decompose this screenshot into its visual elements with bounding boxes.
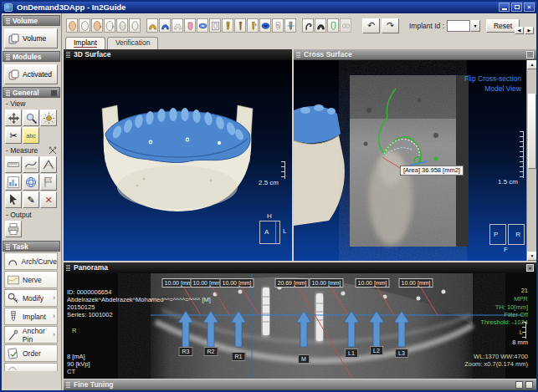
probe-button[interactable] — [302, 18, 314, 33]
subsection-view[interactable]: View — [3, 98, 60, 109]
implant-label-r2[interactable]: R2 — [204, 347, 218, 356]
implant-label-m[interactable]: M — [298, 354, 310, 364]
angle-tool-button[interactable] — [40, 156, 57, 173]
cross-surface-viewport[interactable]: Flip Cross-section Model View [Area] 36.… — [294, 60, 526, 261]
implant-id-input[interactable] — [447, 20, 470, 32]
implant-label-l3[interactable]: L3 — [395, 349, 408, 358]
tooth-outline-button[interactable] — [327, 18, 339, 33]
tooth-pink-button[interactable] — [184, 18, 196, 33]
measurement-label[interactable]: 10.00 [mm] — [219, 278, 254, 288]
task-item-arch-curve[interactable]: Arch/Curve — [4, 252, 58, 270]
title-bar[interactable]: OnDemand3DApp - In2Guide ✕ — [2, 2, 536, 13]
tab-verification[interactable]: Verification — [107, 37, 159, 49]
section-header-volume[interactable]: Volume — [3, 15, 60, 26]
fine-tuning-icon-2[interactable] — [525, 381, 533, 389]
delete-measure-button[interactable]: ✕ — [40, 191, 57, 208]
denture-button[interactable] — [197, 18, 208, 33]
measurement-label[interactable]: 20.69 [mm] — [274, 278, 309, 288]
scrollbar-thumb[interactable] — [528, 94, 536, 169]
scroll-up-icon: ▲ — [528, 265, 532, 270]
activated-button[interactable]: Activated — [4, 64, 58, 84]
tab-implant[interactable]: Implant — [65, 37, 105, 49]
implant-yellow-button[interactable] — [222, 18, 233, 33]
implant-label-l2[interactable]: L2 — [370, 346, 383, 355]
brightness-tool-button[interactable] — [40, 109, 57, 126]
3d-surface-viewport[interactable]: 2.5 cm H A L — [64, 60, 292, 261]
subsection-output[interactable]: Output — [3, 209, 60, 220]
scrollbar-up-button[interactable]: ▲ — [527, 60, 537, 69]
note-tool-button[interactable] — [40, 174, 57, 191]
head-top-outline-button[interactable] — [129, 18, 141, 33]
sphere-tool-button[interactable] — [23, 174, 39, 191]
task-item-implant[interactable]: Implant › — [4, 308, 58, 325]
volume-button[interactable]: Volume — [4, 28, 58, 48]
redo-button[interactable]: ↷ — [382, 18, 399, 33]
screw-bolt-button[interactable] — [247, 18, 259, 33]
panel-expand-icon[interactable] — [526, 51, 534, 59]
implant-label-r3[interactable]: R3 — [179, 347, 193, 356]
pin-icon[interactable] — [51, 90, 57, 96]
implant-id-dropdown-button[interactable]: ▾ — [470, 20, 480, 32]
implant-cross-button[interactable] — [284, 18, 296, 33]
histogram-tool-button[interactable] — [5, 174, 22, 191]
task-item-partial[interactable] — [4, 363, 58, 371]
restore-button[interactable] — [511, 3, 522, 12]
toolbar-scroll-left-button[interactable]: ◀ — [515, 27, 524, 34]
measurement-label[interactable]: 10.00 [mm] — [355, 278, 389, 288]
task-item-anchor-pin[interactable]: Anchor Pin › — [4, 326, 58, 344]
scroll-up-icon: ▲ — [530, 62, 535, 67]
zoom-tool-button[interactable] — [23, 109, 39, 126]
flip-cross-section-link[interactable]: Flip Cross-section — [464, 74, 521, 83]
subsection-measure[interactable]: Measure — [3, 145, 60, 155]
edit-measure-button[interactable]: ✎ — [23, 191, 39, 208]
binoculars-button[interactable] — [340, 18, 351, 33]
undo-button[interactable]: ↶ — [362, 18, 380, 33]
head-front-outline-button[interactable] — [79, 18, 90, 33]
orientation-box-r[interactable]: R — [508, 224, 525, 245]
arch-blue-button[interactable] — [159, 18, 171, 33]
head-side-outline-button[interactable] — [104, 18, 115, 33]
fine-tuning-icon-1[interactable] — [515, 381, 523, 389]
tooth-frame-button[interactable] — [209, 18, 221, 33]
head-top-button[interactable] — [116, 18, 128, 33]
arch-yellow-button[interactable] — [146, 18, 158, 33]
close-button[interactable]: ✕ — [524, 3, 535, 12]
panel-cross-surface-header[interactable]: Cross Surface — [294, 49, 536, 60]
profile-tool-button[interactable] — [23, 156, 39, 173]
minimize-button[interactable] — [499, 3, 510, 12]
measurement-label[interactable]: 10.00 [mm] — [309, 278, 343, 288]
screw-button[interactable] — [234, 18, 246, 33]
panel-3d-surface-header[interactable]: 3D Surface — [64, 49, 292, 60]
pan-tool-button[interactable] — [5, 109, 22, 126]
fine-tuning-header[interactable]: Fine Tuning — [64, 379, 536, 390]
section-header-task[interactable]: Task — [3, 241, 60, 252]
panel-panorama-header[interactable]: Panorama ▲ — [64, 262, 536, 273]
print-button[interactable] — [5, 221, 22, 237]
section-header-general[interactable]: General — [3, 87, 60, 98]
annotation-tool-button[interactable]: abc — [23, 127, 39, 144]
head-front-button[interactable] — [66, 18, 78, 33]
jaw-dark-button[interactable] — [315, 18, 326, 33]
implant-label-r1[interactable]: R1 — [232, 352, 246, 361]
panorama-viewport[interactable]: 10.00 [mm] 10.00 [mm] 10.00 [mm] 20.69 [… — [64, 273, 536, 379]
toolbar-scroll-right-button[interactable]: ▶ — [525, 27, 534, 34]
model-view-link[interactable]: Model View — [484, 84, 521, 93]
orientation-box-p[interactable]: P — [489, 224, 506, 245]
maxilla-button[interactable] — [172, 18, 183, 33]
scrollbar-down-button[interactable]: ▼ — [527, 252, 537, 261]
task-item-order[interactable]: Order — [4, 344, 58, 362]
section-header-modules[interactable]: Modules — [3, 51, 60, 62]
tooth-number-button[interactable]: 5 — [272, 18, 284, 33]
select-tool-button[interactable] — [5, 191, 22, 208]
ruler-tool-button[interactable] — [5, 156, 22, 173]
head-side-button[interactable] — [91, 18, 103, 33]
measurement-label[interactable]: 10.00 [mm] — [398, 278, 433, 288]
orientation-cube[interactable]: A — [259, 221, 280, 244]
lips-button[interactable] — [259, 18, 271, 33]
panorama-scroll-up-button[interactable]: ▲ — [526, 264, 534, 272]
task-item-modify[interactable]: Modify › — [4, 289, 58, 307]
implant-label-l1[interactable]: L1 — [345, 349, 358, 358]
cross-surface-scrollbar[interactable]: ▲ ▼ — [526, 60, 536, 261]
task-item-nerve[interactable]: Nerve — [4, 271, 58, 288]
sculpt-tool-button[interactable]: ✂ — [5, 127, 22, 144]
